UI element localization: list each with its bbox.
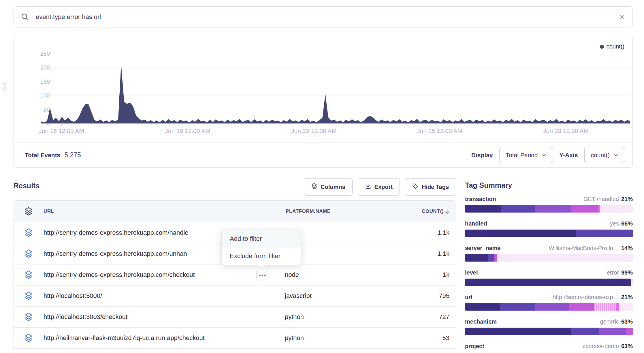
tag-top-percentage: 63% [621,318,633,325]
tag-bar-segment[interactable] [535,303,569,311]
tag-bar-segment[interactable] [465,328,571,335]
tag-bar-segment[interactable] [619,303,633,311]
tag-bar-segment[interactable] [488,254,494,262]
count-cell[interactable]: 727 [439,313,449,321]
count-cell[interactable]: 1k [443,271,449,279]
tag-top-value: http://sentry-demos-exp… [553,294,619,301]
tag-bar-segment[interactable] [494,254,497,262]
x-axis-tick [188,124,188,126]
count-cell[interactable]: 1.1k [437,229,449,236]
tag-distribution-bar[interactable] [465,303,633,311]
table-row: http://sentry-demos-express.herokuapp.co… [14,264,456,286]
url-cell[interactable]: http://neilmanvar-flask-m3uuizd7iq-uc.a.… [44,334,205,342]
tag-name: transaction [465,196,496,202]
tag-top-value: Williams-MacBook-Pro.lo… [549,245,619,251]
tag-distribution-bar[interactable] [465,328,633,335]
column-header-url[interactable]: URL [44,209,54,214]
x-axis-tick-label: Jun 25 12:00 AM [417,127,462,134]
tag-bar-segment[interactable] [576,230,633,237]
x-axis-line [41,123,630,124]
yaxis-label: Y-Axis [559,152,578,159]
clear-search-icon[interactable] [618,13,626,21]
tag-distribution-bar[interactable] [465,254,633,262]
count-cell[interactable]: 53 [442,334,449,342]
tag-bar-segment[interactable] [465,205,501,213]
display-dropdown[interactable]: Total Period [499,147,553,163]
url-cell[interactable]: http://sentry-demos-express.herokuapp.co… [44,250,187,258]
platform-cell[interactable]: python [285,334,304,342]
tag-top-value: generic [600,318,619,325]
stack-icon [24,270,33,279]
count-cell[interactable]: 795 [439,292,449,300]
tag-summary-title: Tag Summary [465,181,633,189]
tag-entries: transactionGET|/handled21%handledyes66%s… [465,196,633,350]
tag-bar-segment[interactable] [599,328,626,335]
column-header-count[interactable]: COUNT() [422,209,449,214]
tag-entry-url: urlhttp://sentry-demos-exp…21% [465,294,633,311]
tag-entry-level: levelerror99% [465,269,633,286]
results-title: Results [14,182,39,190]
yaxis-dropdown[interactable]: count() [584,147,625,163]
stack-icon [24,291,33,301]
url-cell[interactable]: http://localhost:5000/ [44,292,102,300]
cell-actions-ellipsis-button[interactable] [256,269,268,281]
platform-cell[interactable]: node [285,271,299,279]
tag-top-value: yes [610,220,619,227]
tag-bar-segment[interactable] [571,205,598,213]
tag-name: level [465,269,478,276]
chart-legend[interactable]: count() [600,43,624,50]
tag-bar-segment[interactable] [626,328,633,335]
events-chart-card: count() 050100150200250 Jun 16 12:00 AMJ… [14,36,633,168]
tag-bar-segment[interactable] [569,303,594,311]
x-axis-tick-label: Jun 16 12:00 AM [39,127,84,134]
sidebar-collapse-handle[interactable] [3,83,6,91]
tag-distribution-bar[interactable] [465,230,633,237]
event-count-area-chart[interactable] [41,52,630,123]
tag-entry-transaction: transactionGET|/handled21% [465,196,633,213]
x-axis-tick [440,124,440,126]
legend-dot-icon [600,45,604,49]
stack-icon [24,228,33,237]
tag-name: project [465,343,484,350]
tag-summary-panel: Tag Summary transactionGET|/handled21%ha… [465,181,633,353]
table-row: http://neilmanvar-flask-m3uuizd7iq-uc.a.… [14,328,456,349]
tag-bar-segment[interactable] [501,205,535,213]
platform-cell[interactable]: javascript [285,292,312,300]
menu-item-add-to-filter[interactable]: Add to filter [222,230,301,247]
url-cell[interactable]: http://sentry-demos-express.herokuapp.co… [44,271,195,279]
tag-distribution-bar[interactable] [465,279,633,286]
tag-bar-segment[interactable] [500,303,535,311]
tag-bar-segment[interactable] [600,205,632,213]
tag-top-value: express-demo [582,343,619,350]
results-actions: ColumnsExportHide Tags [302,178,456,196]
search-bar [14,6,633,27]
column-header-platform[interactable]: PLATFORM.NAME [286,209,331,214]
tag-bar-segment[interactable] [465,230,576,237]
platform-cell[interactable]: python [285,313,304,321]
url-cell[interactable]: http://sentry-demos-express.herokuapp.co… [44,229,189,236]
count-cell[interactable]: 1.1k [437,250,449,258]
hide-tags-button[interactable]: Hide Tags [405,178,456,196]
search-icon [21,13,29,21]
download-icon [365,183,371,191]
tag-bar-segment[interactable] [497,254,633,262]
columns-button[interactable]: Columns [304,178,353,196]
tag-distribution-bar[interactable] [465,205,633,213]
tag-bar-segment[interactable] [465,254,488,262]
tag-name: url [465,294,472,301]
tag-bar-segment[interactable] [616,303,619,311]
url-cell[interactable]: http://localhost:3003/checkout [44,313,127,321]
search-input[interactable] [35,13,618,21]
tag-bar-segment[interactable] [535,205,570,213]
tag-bar-segment[interactable] [594,303,616,311]
stack-icon [24,333,33,343]
tag-icon [412,183,419,191]
tag-bar-segment[interactable] [465,303,500,311]
tag-entry-handled: handledyes66% [465,220,633,237]
tag-bar-segment[interactable] [571,328,599,335]
stack-icon [311,183,317,191]
tag-bar-segment[interactable] [465,279,631,286]
tag-bar-segment[interactable] [631,279,633,286]
total-events-value: 5,275 [64,151,81,159]
export-button[interactable]: Export [358,178,400,196]
